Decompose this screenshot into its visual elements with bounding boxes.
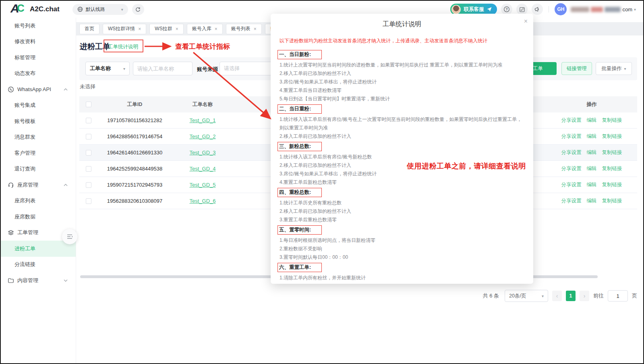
workorder-name-link[interactable]: Test_GD_5 <box>189 182 215 188</box>
edit-link[interactable]: 编辑 <box>587 117 597 124</box>
modal-section-item: 1.统计上次置零时间至当前时间段的进粉数量，如果置零时间后执行过 重置工单，则以… <box>280 61 524 69</box>
selection-status: 未选择 <box>80 83 95 90</box>
refresh-button[interactable] <box>132 4 144 15</box>
copy-link-link[interactable]: 复制链接 <box>602 198 622 204</box>
chevron-down-icon <box>64 279 68 282</box>
sidebar-item-customer-management[interactable]: 客户管理 <box>1 145 76 161</box>
account-source-label: 账号来源 <box>197 66 218 73</box>
modal-section-heading: 一、当日新粉: <box>277 50 322 59</box>
sidebar-item-unsubscribe-query[interactable]: 退订查询 <box>1 161 76 177</box>
share-settings-link[interactable]: 分享设置 <box>561 165 582 172</box>
sidebar-group-content-management[interactable]: 内容管理 <box>1 272 76 289</box>
share-settings-link[interactable]: 分享设置 <box>561 133 582 140</box>
contact-support-label: 联系客服 <box>464 6 484 13</box>
sidebar-group-seat-management[interactable]: 座席管理 <box>1 177 76 193</box>
sidebar-item-split-links[interactable]: 分流链接 <box>1 257 76 273</box>
copy-link-link[interactable]: 复制链接 <box>602 181 622 188</box>
modal-title: 工单统计说明 <box>271 20 533 29</box>
page-size-select[interactable]: 20条/页 ▾ <box>505 290 548 302</box>
workorder-name-link[interactable]: Test_GD_1 <box>189 117 215 123</box>
select-all-checkbox[interactable] <box>86 102 91 107</box>
goto-label: 前往 <box>593 292 604 300</box>
copy-link-link[interactable]: 复制链接 <box>602 133 622 140</box>
chevron-down-icon: ▾ <box>634 7 636 12</box>
workorder-name-link[interactable]: Test_GD_6 <box>189 198 215 204</box>
copy-link-link[interactable]: 复制链接 <box>602 165 622 172</box>
row-checkbox[interactable] <box>86 118 91 123</box>
tab-ws-group-detail[interactable]: WS拉群详情× <box>103 24 146 34</box>
sidebar-item-account-template[interactable]: 账号模板 <box>1 113 76 129</box>
annotation-view-metrics: 查看工单统计指标 <box>175 42 230 51</box>
sidebar-item-account-integration[interactable]: 账号集成 <box>1 98 76 114</box>
whatsapp-icon <box>8 86 14 93</box>
help-button[interactable]: ? <box>501 4 512 15</box>
sidebar-item-account-list[interactable]: 账号列表 <box>1 18 76 34</box>
user-menu[interactable]: com ▾ <box>571 6 636 12</box>
sidebar-group-whatsapp-api[interactable]: WhatsApp API <box>1 81 76 98</box>
workorder-name-link[interactable]: Test_GD_2 <box>189 133 215 139</box>
contact-support-button[interactable]: 联系客服 <box>450 4 497 15</box>
folder-icon <box>8 277 14 284</box>
edit-link[interactable]: 编辑 <box>587 149 597 156</box>
workorder-name-input[interactable] <box>133 62 193 75</box>
close-icon[interactable]: × <box>215 26 217 32</box>
line-select[interactable]: 默认线路 ▾ <box>72 4 128 15</box>
edit-link[interactable]: 编辑 <box>587 133 597 140</box>
tab-account-import[interactable]: 账号入库× <box>187 24 223 34</box>
sidebar-item-moments-publish[interactable]: 动态发布 <box>1 66 76 82</box>
sidebar-item-seat-list[interactable]: 座席列表 <box>1 193 76 209</box>
brand-name: A2C.chat <box>30 5 60 13</box>
modal-section-heading: 六、重置工单: <box>277 263 322 272</box>
sidebar-item-edit-profile[interactable]: 修改资料 <box>1 34 76 50</box>
tab-ws-group[interactable]: WS拉群× <box>149 24 183 34</box>
sidebar-item-bulk-message[interactable]: 消息群发 <box>1 129 76 146</box>
row-checkbox[interactable] <box>86 182 91 188</box>
link-management-button[interactable]: 链接管理 <box>561 62 592 75</box>
announcement-button[interactable] <box>532 4 543 15</box>
chevron-down-icon: ▾ <box>123 67 125 71</box>
sidebar-item-tag-management[interactable]: 标签管理 <box>1 50 76 66</box>
sidebar-collapse-button[interactable] <box>62 229 77 244</box>
modal-section-item: 1.统计工单历史所有重粉总数 <box>280 199 524 207</box>
modal-section-item: 3.置零时间默认每日00：00：00 <box>280 253 524 262</box>
row-checkbox[interactable] <box>86 150 91 156</box>
share-settings-link[interactable]: 分享设置 <box>561 149 582 156</box>
edit-link[interactable]: 编辑 <box>587 198 597 204</box>
close-icon[interactable]: × <box>176 26 178 32</box>
workorder-stats-help-link[interactable]: 工单统计说明 <box>108 44 138 50</box>
current-page-button[interactable]: 1 <box>566 291 576 301</box>
edit-link[interactable]: 编辑 <box>587 165 597 172</box>
copy-link-link[interactable]: 复制链接 <box>602 117 622 124</box>
share-settings-link[interactable]: 分享设置 <box>561 198 582 204</box>
workorder-id: 1964261460126691330 <box>97 150 172 156</box>
page-unit-label: 页 <box>632 292 637 300</box>
modal-section-heading: 二、当日重粉: <box>277 104 322 114</box>
user-avatar[interactable]: GH <box>555 3 567 15</box>
share-settings-link[interactable]: 分享设置 <box>561 117 582 124</box>
row-checkbox[interactable] <box>86 134 91 139</box>
workorder-name-link[interactable]: Test_GD_4 <box>189 166 215 172</box>
sidebar-item-seat-data[interactable]: 座席数据 <box>1 209 76 225</box>
row-checkbox[interactable] <box>86 166 91 172</box>
chevron-down-icon: ▾ <box>624 67 626 71</box>
copy-link-link[interactable]: 复制链接 <box>602 149 622 156</box>
notes-button[interactable] <box>516 4 528 15</box>
tab-account-list[interactable]: 账号列表× <box>226 24 262 34</box>
share-settings-link[interactable]: 分享设置 <box>561 181 582 188</box>
row-checkbox[interactable] <box>86 198 91 204</box>
close-icon[interactable]: × <box>254 26 257 32</box>
edit-link[interactable]: 编辑 <box>587 181 597 188</box>
close-icon[interactable]: × <box>138 26 141 32</box>
batch-actions-button[interactable]: 批量操作 ▾ <box>596 62 632 75</box>
sidebar-item-fan-workorder[interactable]: 进粉工单 <box>1 241 76 257</box>
goto-page-input[interactable] <box>608 290 628 302</box>
tab-home[interactable]: 首页 <box>79 24 99 34</box>
filter-field-select[interactable]: 工单名称 ▾ <box>85 62 130 75</box>
prev-page-button[interactable]: ‹ <box>552 291 562 301</box>
close-icon[interactable]: × <box>524 18 528 25</box>
modal-section-item: 2.移入工单前已添加的粉丝不计入 <box>280 132 524 141</box>
divider <box>549 6 549 12</box>
workorder-stats-modal: 工单统计说明 × 以下进粉数据均为粉丝主动发送首条消息才纳入统计，上传通讯录、主… <box>271 14 533 284</box>
next-page-button[interactable]: › <box>580 291 589 301</box>
workorder-name-link[interactable]: Test_GD_3 <box>189 150 215 156</box>
